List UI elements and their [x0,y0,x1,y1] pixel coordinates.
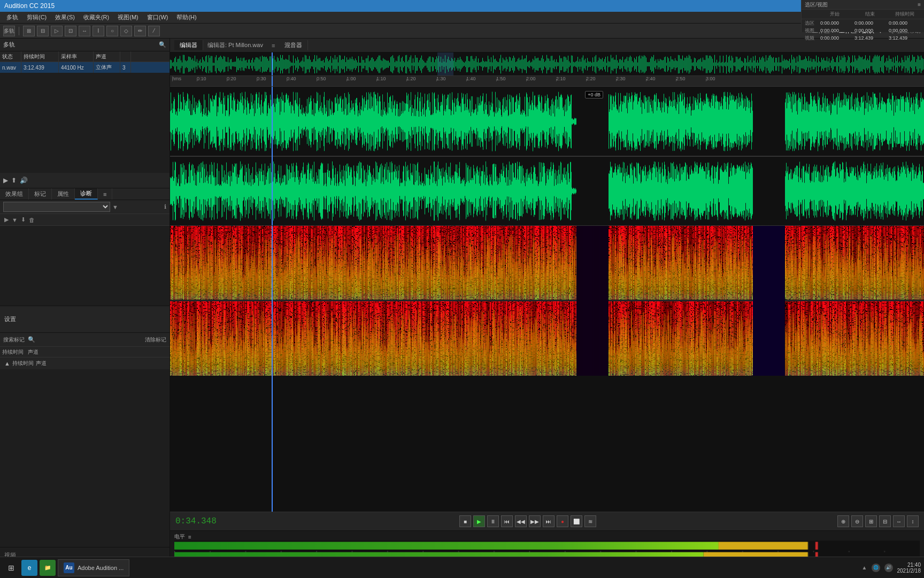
editor-tab-mixer[interactable]: 混音器 [279,40,308,50]
effects-body [0,226,170,306]
files-search-icon[interactable]: 🔍 [159,41,166,48]
ruler-tick-040: 0:40 [287,76,296,81]
toolbar-btn-10[interactable]: ∕ [148,26,160,36]
clear-markers-btn[interactable]: 清除标记 [145,336,166,344]
ruler-tick-230: 2:30 [616,76,626,81]
transport-loop[interactable]: ⬜ [571,515,582,527]
menu-multitrack[interactable]: 多轨 [2,12,22,22]
taskbar-app-audition[interactable]: Au Adobe Audition ... [58,559,129,576]
sys-icon-volume[interactable]: 🔊 [884,564,893,572]
start-btn[interactable]: ⊞ [3,560,19,576]
menu-favorites[interactable]: 收藏夹(R) [79,12,113,22]
zoom-reset-btn[interactable]: ⊟ [879,515,891,527]
tab-menu[interactable]: ≡ [98,188,112,200]
transport-rewind[interactable]: ◀◀ [515,515,527,527]
export-btn[interactable]: ⬆ [11,177,17,184]
settings-label[interactable]: 设置 [4,315,16,323]
markers-label: 搜索标记 [3,336,25,344]
ruler-tick-240: 2:40 [646,76,656,81]
markers-content [0,369,170,547]
level-menu-icon[interactable]: ≡ [188,534,191,540]
zoom-out-btn[interactable]: ⊖ [851,515,863,527]
ruler-tick-010: 0:10 [197,76,206,81]
effects-dropdown[interactable] [3,202,110,212]
overview-canvas [170,52,924,76]
files-header: 多轨 🔍 [0,39,170,51]
tab-effects[interactable]: 效果组 [0,188,29,200]
effects-info-icon[interactable]: ℹ [164,203,166,210]
ruler-tick-200: 2:00 [526,76,536,81]
transport-goto-start[interactable]: ⏮ [501,515,513,527]
clock-area: 21:40 2021/2/18 [897,562,921,574]
toolbar-btn-3[interactable]: ▷ [51,26,63,36]
region-val-vid-end: 3:12.439 [854,39,887,41]
files-table-header: 状态 持续时间 采样率 声道 [0,51,170,62]
menu-view[interactable]: 视图(M) [113,12,143,22]
toolbar-sep-1 [19,27,19,35]
settings-section: 设置 [0,306,170,333]
waveform-overview[interactable] [170,52,924,76]
left-panel: 多轨 🔍 状态 持续时间 采样率 声道 n.wav 3:12.439 44100… [0,39,170,563]
col-header-channel: 声道 [94,51,120,62]
toolbar-btn-6[interactable]: I [93,26,104,36]
toolbar-btn-5[interactable]: ↔ [79,26,90,36]
transport-goto-end[interactable]: ⏭ [543,515,555,527]
editor-menu-icon[interactable]: ≡ [272,42,275,49]
menu-window[interactable]: 窗口(W) [143,12,173,22]
effects-section: 效果组 标记 属性 诊断 ≡ ▼ ℹ ▶ ▼ ⬇ 🗑 [0,188,170,306]
toolbar-btn-4[interactable]: ⊡ [65,26,76,36]
toolbar-btn-8[interactable]: ◇ [120,26,132,36]
tab-diag[interactable]: 诊断 [75,188,98,200]
toolbar-multitrack-btn[interactable]: 多轨 [3,26,15,36]
playhead-spectrum [272,226,273,512]
taskbar-icon-ie[interactable]: e [21,560,37,576]
transport-fast-forward[interactable]: ▶▶ [529,515,541,527]
effects-toolbar: ▼ ℹ [0,200,170,214]
sys-icon-network[interactable]: 🌐 [872,564,880,572]
transport-play[interactable]: ▶ [473,515,485,527]
col-header-duration: 持续时间 [21,51,59,62]
ruler-tick-130: 1:30 [436,76,446,81]
level-title: 电平 [174,533,185,541]
zoom-fit-btn[interactable]: ⊞ [865,515,877,527]
ruler-tick-210: 2:10 [556,76,566,81]
taskbar-icon-folder[interactable]: 📁 [40,560,56,576]
markers-search-icon[interactable]: 🔍 [28,336,35,343]
transport-pause[interactable]: ⏸ [487,515,499,527]
tab-markers[interactable]: 标记 [29,188,52,200]
menu-clip[interactable]: 剪辑(C) [22,12,51,22]
volume-btn[interactable]: 🔊 [20,177,28,184]
ruler-tick-220: 2:20 [586,76,596,81]
editor-title: 编辑器: Pt Millon.wav [207,41,263,49]
transport-options[interactable]: ≋ [584,515,596,527]
playhead-ruler [272,76,273,86]
title-bar: Audition CC 2015 [0,0,924,12]
ruler-tick-150: 1:50 [496,76,506,81]
effects-sub-toolbar: ▶ ▼ ⬇ 🗑 [0,214,170,226]
zoom-in-btn[interactable]: ⊕ [837,515,849,527]
toolbar-btn-1[interactable]: ⊞ [23,26,35,36]
toolbar-btn-2[interactable]: ⊟ [37,26,49,36]
menu-help[interactable]: 帮助(H) [172,12,201,22]
main-layout: 多轨 🔍 状态 持续时间 采样率 声道 n.wav 3:12.439 44100… [0,39,924,563]
play-btn[interactable]: ▶ [3,177,8,184]
effects-download-icon[interactable]: ⬇ [21,216,26,223]
file-row-0[interactable]: n.wav 3:12.439 44100 Hz 立体声 3 [0,62,170,73]
waveform-main[interactable]: +0 dB [170,87,924,226]
ruler-tick-110: 1:10 [376,76,386,81]
tab-props[interactable]: 属性 [52,188,75,200]
editor-tab-editor[interactable]: 编辑器 [174,40,203,50]
toolbar-btn-9[interactable]: ✏ [134,26,146,36]
effects-trash-icon[interactable]: 🗑 [29,217,35,223]
effects-sub-arrow-1: ▶ [4,216,9,223]
audition-icon: Au [64,562,74,573]
transport-record[interactable]: ● [557,515,568,527]
file-cell-sample-0: 44100 Hz [59,62,94,73]
marker-col-arrow: ▲ [4,360,10,367]
toolbar-btn-7[interactable]: ○ [106,26,118,36]
zoom-extra-1[interactable]: ↔ [893,515,905,527]
zoom-extra-2[interactable]: ↕ [907,515,919,527]
toolbar: 多轨 ⊞ ⊟ ▷ ⊡ ↔ I ○ ◇ ✏ ∕ 工作区： 工作区：默认 ▼ 🔍 搜… [0,24,924,39]
transport-stop[interactable]: ■ [459,515,471,527]
menu-effects[interactable]: 效果(S) [51,12,79,22]
